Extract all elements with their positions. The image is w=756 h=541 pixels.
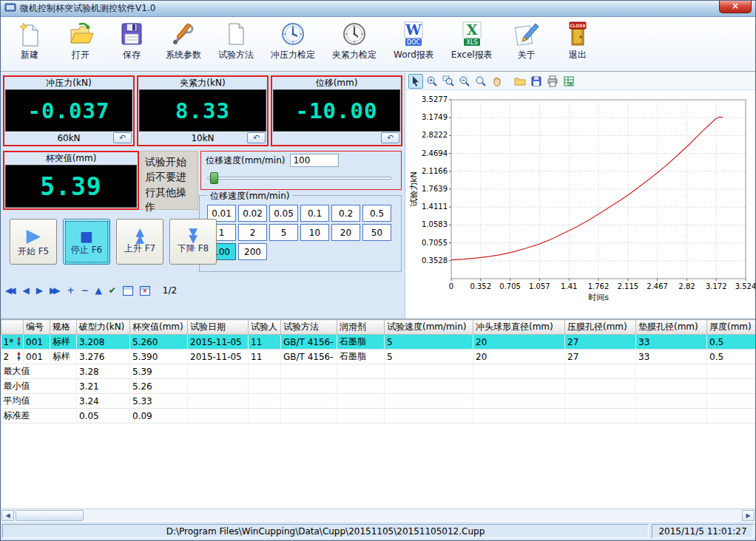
speed-option-0.1[interactable]: 0.1	[300, 205, 329, 222]
column-header[interactable]: 试验人	[249, 320, 281, 335]
select-cursor-button[interactable]	[408, 74, 423, 89]
svg-text:时间s: 时间s	[588, 293, 609, 302]
chart-toolbar: X	[405, 72, 755, 90]
stat-label: 最大值	[1, 364, 77, 379]
speed-slider[interactable]	[206, 171, 396, 185]
chart-save-button[interactable]	[529, 74, 544, 89]
nav-grid-button[interactable]	[123, 286, 133, 296]
column-header[interactable]: 破型力(kN)	[77, 320, 130, 335]
zoom-out-button[interactable]	[457, 74, 472, 89]
nav-insert-button[interactable]: +	[67, 285, 74, 296]
play-icon: ▶	[26, 226, 40, 245]
toolbar-save-label: 保存	[123, 49, 141, 61]
svg-text:3.5277: 3.5277	[422, 95, 448, 103]
zoom-window-icon	[442, 75, 454, 87]
start-button[interactable]: ▶ 开始 F5	[10, 219, 57, 265]
scroll-right-button[interactable]: ▶	[742, 510, 755, 521]
nav-prior-button[interactable]: ◀	[22, 285, 29, 296]
nav-delete-button[interactable]: −	[81, 285, 88, 296]
force-time-chart[interactable]: 00.3520.7051.0571.411.7622.1152.4672.823…	[407, 92, 756, 316]
down-button[interactable]: ▼▼ 下降 F8	[169, 219, 217, 265]
pan-button[interactable]	[490, 74, 504, 89]
table-cell: 11	[249, 335, 281, 350]
nav-edit-button[interactable]: ▲	[95, 285, 102, 296]
chart-open-button[interactable]	[513, 74, 527, 89]
speed-option-0.05[interactable]: 0.05	[269, 205, 298, 222]
zoom-window-button[interactable]	[441, 74, 456, 89]
column-header[interactable]: 厚度(mm)	[707, 320, 756, 335]
new-file-icon	[16, 21, 43, 47]
column-header[interactable]: 冲头球形直径(mm)	[473, 320, 565, 335]
horizontal-scrollbar[interactable]: ◀ ▶	[1, 508, 755, 521]
excel-grid-icon: X	[563, 75, 575, 87]
column-header[interactable]: 试验速度(mm/min)	[385, 320, 473, 335]
column-header[interactable]: 编号	[24, 320, 50, 335]
cupping-value: 5.39	[40, 172, 101, 201]
clamp-force-display: 夹紧力(kN) 8.33 10kN ↶	[137, 75, 269, 146]
speed-input[interactable]	[290, 154, 339, 167]
speed-option-20[interactable]: 20	[331, 224, 360, 241]
nav-next-button[interactable]: ▶	[36, 285, 43, 296]
column-header[interactable]: 规格	[50, 320, 77, 335]
scrollbar-thumb[interactable]	[16, 510, 84, 521]
svg-text:1.41: 1.41	[561, 282, 577, 290]
speed-option-0.5[interactable]: 0.5	[362, 205, 391, 222]
up-button[interactable]: ▲▲ 上升 F7	[116, 219, 163, 265]
svg-text:0.705: 0.705	[499, 282, 521, 290]
document-icon	[223, 21, 249, 47]
nav-cancel-button[interactable]: ×	[140, 286, 150, 296]
toolbar-word-report-button[interactable]: WDOC Word报表	[394, 21, 434, 61]
close-button[interactable]: ×	[719, 1, 752, 13]
column-header[interactable]: 试验日期	[188, 320, 249, 335]
speed-option-0.2[interactable]: 0.2	[331, 205, 360, 222]
scrollbar-track[interactable]	[14, 510, 742, 521]
column-header[interactable]: 润滑剂	[337, 320, 385, 335]
table-row[interactable]: 2001标样3.2765.3902015-11-0511GB/T 4156-石墨…	[1, 350, 756, 364]
toolbar-exit-button[interactable]: CLOSE 退出	[561, 21, 595, 61]
toolbar-test-method-button[interactable]: 试验方法	[218, 21, 254, 61]
slider-thumb[interactable]	[210, 172, 218, 184]
toolbar-new-button[interactable]: 新建	[13, 21, 47, 61]
speed-option-10[interactable]: 10	[300, 224, 329, 241]
zoom-reset-button[interactable]	[473, 74, 488, 89]
nav-post-button[interactable]: ✔	[109, 285, 116, 296]
speed-option-2[interactable]: 2	[238, 224, 267, 241]
zoom-in-button[interactable]	[425, 74, 439, 89]
displacement-reset-button[interactable]: ↶	[381, 132, 399, 143]
svg-text:0.352: 0.352	[470, 282, 491, 290]
nav-last-button[interactable]: ▶▶	[50, 285, 60, 296]
toolbar-save-button[interactable]: 保存	[115, 21, 149, 61]
speed-option-5[interactable]: 5	[269, 224, 298, 241]
nav-first-button[interactable]: ◀◀	[5, 285, 16, 296]
svg-text:1.7639: 1.7639	[422, 185, 448, 193]
punch-force-reset-button[interactable]: ↶	[113, 132, 132, 143]
speed-option-50[interactable]: 50	[362, 224, 391, 241]
chart-excel-export-button[interactable]: X	[561, 74, 576, 89]
clamp-force-reset-button[interactable]: ↶	[247, 132, 266, 143]
chart-print-button[interactable]	[545, 74, 560, 89]
speed-option-0.02[interactable]: 0.02	[238, 205, 267, 222]
toolbar-punch-cal-button[interactable]: 冲压力检定	[271, 21, 315, 61]
column-header[interactable]: 压膜孔径(mm)	[565, 320, 636, 335]
table-cell: 5	[385, 350, 473, 364]
clamp-force-label: 夹紧力(kN)	[138, 77, 267, 89]
double-down-arrow-icon: ▼▼	[189, 229, 198, 242]
chart-area[interactable]: 00.3520.7051.0571.411.7622.1152.4672.823…	[405, 90, 755, 319]
toolbar-about-button[interactable]: 关于	[510, 21, 544, 61]
stop-button[interactable]: ■ 停止 F6	[63, 219, 110, 265]
table-cell: GB/T 4156-	[281, 335, 337, 350]
toolbar-clamp-cal-button[interactable]: 夹紧力检定	[332, 21, 377, 61]
toolbar-open-button[interactable]: 打开	[64, 21, 98, 61]
column-header[interactable]	[1, 320, 24, 335]
blue-gauge-icon	[280, 21, 306, 47]
table-row[interactable]: 1*001标样3.2085.2602015-11-0511GB/T 4156-石…	[1, 335, 756, 350]
cupping-value-label: 杯突值(mm)	[4, 152, 138, 165]
column-header[interactable]: 杯突值(mm)	[130, 320, 188, 335]
toolbar-system-params-button[interactable]: 系统参数	[166, 21, 201, 61]
speed-option-200[interactable]: 200	[238, 243, 267, 260]
gray-gauge-icon	[341, 21, 368, 47]
scroll-left-button[interactable]: ◀	[1, 510, 14, 521]
column-header[interactable]: 垫膜孔径(mm)	[636, 320, 707, 335]
toolbar-excel-report-button[interactable]: XXLS Excel报表	[451, 21, 493, 61]
column-header[interactable]: 试验方法	[281, 320, 337, 335]
